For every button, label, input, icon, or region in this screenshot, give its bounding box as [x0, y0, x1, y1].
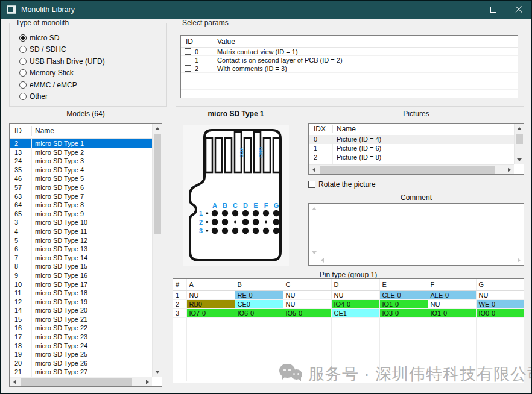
radio-option[interactable]: Other [19, 93, 166, 101]
table-row[interactable]: 1Picture (ID = 6) [309, 144, 514, 153]
table-row[interactable]: 64micro SD Type 8 [10, 201, 152, 210]
pictures-vertical-scrollbar[interactable] [514, 124, 524, 164]
column-header-id[interactable]: ID [181, 37, 212, 46]
scroll-up-button[interactable] [515, 124, 524, 133]
pictures-horizontal-scrollbar[interactable] [309, 164, 514, 174]
table-row[interactable]: 9micro SD Type 16 [10, 271, 152, 280]
param-checkbox[interactable] [185, 57, 191, 63]
scroll-down-button[interactable] [153, 367, 162, 377]
scroll-down-button[interactable] [515, 155, 524, 164]
radio-option[interactable]: eMMC / eMCP [19, 81, 166, 89]
table-row[interactable]: 65micro SD Type 9 [10, 210, 152, 219]
param-checkbox[interactable] [185, 48, 191, 55]
table-row[interactable]: 1Contact is on second layer of PCB (ID =… [181, 56, 518, 64]
pin-cell[interactable]: NU [186, 290, 235, 299]
table-row[interactable]: 19micro SD Type 25 [10, 350, 152, 359]
table-row[interactable]: 10micro SD Type 17 [10, 280, 152, 289]
column-header[interactable]: D [331, 279, 379, 290]
pin-cell[interactable]: WE-0 [476, 299, 524, 308]
table-row[interactable]: 6micro SD Type 13 [10, 245, 152, 254]
scroll-right-button[interactable] [142, 377, 152, 387]
pin-cell[interactable]: CE0 [235, 299, 283, 308]
pin-cell[interactable]: NU [428, 299, 476, 308]
close-button[interactable] [506, 1, 531, 19]
pictures-hscroll-thumb[interactable] [320, 166, 495, 174]
pin-cell[interactable]: NU [476, 290, 524, 299]
model-id-cell: 20 [10, 359, 32, 368]
models-hscroll-thumb[interactable] [21, 378, 132, 386]
table-row[interactable]: 13micro SD Type 2 [10, 148, 152, 157]
pin-cell[interactable]: IO6-0 [235, 308, 283, 317]
models-vertical-scrollbar[interactable] [152, 124, 162, 377]
column-header[interactable]: G [476, 279, 524, 290]
pin-cell[interactable]: NU [331, 290, 379, 299]
table-row[interactable]: 16micro SD Type 22 [10, 324, 152, 333]
table-row[interactable]: 0Matrix contact view (ID = 1) [181, 48, 518, 56]
table-row[interactable]: 18micro SD Type 24 [10, 342, 152, 351]
column-header[interactable]: B [235, 279, 283, 290]
column-header[interactable]: # [173, 279, 186, 290]
table-row[interactable]: 15micro SD Type 21 [10, 315, 152, 324]
pin-cell[interactable]: IO3-0 [379, 308, 428, 317]
table-row[interactable]: 21micro SD Type 27 [10, 367, 152, 377]
pin-cell[interactable]: RE-0 [235, 290, 283, 299]
table-row[interactable]: 17micro SD Type 23 [10, 333, 152, 342]
table-row[interactable]: 11micro SD Type 18 [10, 289, 152, 298]
table-row[interactable]: 2Picture (ID = 8) [309, 153, 514, 162]
rotate-picture-option[interactable]: Rotate the picture [308, 180, 376, 189]
column-header[interactable]: A [186, 279, 235, 290]
models-vscroll-thumb[interactable] [154, 134, 161, 234]
column-header-id[interactable]: ID [10, 126, 32, 136]
radio-option[interactable]: Memory Stick [19, 69, 166, 77]
pin-cell[interactable]: NU [283, 290, 331, 299]
table-row[interactable]: 20micro SD Type 26 [10, 359, 152, 368]
table-row[interactable]: 63micro SD Type 7 [10, 192, 152, 201]
column-header[interactable]: F [428, 279, 476, 290]
comment-textarea[interactable] [308, 203, 524, 266]
radio-option[interactable]: micro SD [19, 34, 166, 42]
column-header-idx[interactable]: IDX [309, 125, 333, 133]
column-header-name[interactable]: Name [32, 127, 54, 135]
maximize-button[interactable] [481, 1, 506, 19]
radio-option[interactable]: USB Flash Drive (UFD) [19, 57, 166, 65]
column-header-value[interactable]: Value [212, 37, 235, 46]
scroll-left-button[interactable] [10, 377, 19, 387]
table-row[interactable]: 7micro SD Type 14 [10, 254, 152, 263]
table-row[interactable]: 5micro SD Type 12 [10, 236, 152, 245]
param-checkbox[interactable] [185, 65, 191, 72]
column-header[interactable]: C [283, 279, 331, 290]
pictures-vscroll-thumb[interactable] [516, 134, 523, 144]
table-row[interactable]: 57micro SD Type 6 [10, 183, 152, 192]
pin-cell[interactable]: IO5-0 [283, 308, 331, 317]
pin-cell[interactable]: IO7-0 [186, 308, 235, 317]
table-row[interactable]: 12micro SD Type 19 [10, 298, 152, 307]
pin-cell[interactable]: CLE-0 [379, 290, 428, 299]
table-row[interactable]: 3micro SD Type 10 [10, 218, 152, 227]
pin-cell[interactable]: NU [283, 299, 331, 308]
table-row[interactable]: 8micro SD Type 15 [10, 262, 152, 271]
table-row[interactable]: 0Picture (ID = 4) [309, 135, 514, 144]
pin-cell[interactable]: IO4-0 [331, 299, 379, 308]
table-row[interactable]: 4micro SD Type 11 [10, 227, 152, 236]
pin-cell[interactable]: RB0 [186, 299, 235, 308]
rotate-checkbox[interactable] [308, 181, 315, 188]
pin-cell[interactable]: IO1-0 [379, 299, 428, 308]
pin-cell[interactable]: IO0-0 [476, 308, 524, 317]
column-header[interactable]: E [379, 279, 428, 290]
pin-cell[interactable]: ALE-0 [428, 290, 476, 299]
radio-option[interactable]: SD / SDHC [19, 46, 166, 54]
table-row[interactable]: 14micro SD Type 20 [10, 306, 152, 315]
table-row[interactable]: 24micro SD Type 3 [10, 157, 152, 166]
table-row[interactable]: 2With comments (ID = 3) [181, 64, 518, 73]
scroll-up-button[interactable] [153, 124, 162, 133]
table-row[interactable]: 2micro SD Type 1 [10, 139, 152, 148]
table-row[interactable]: 35micro SD Type 4 [10, 166, 152, 175]
pin-cell[interactable]: IO1-0 [428, 308, 476, 317]
pin-cell[interactable]: CE1 [331, 308, 379, 317]
table-row[interactable]: 46micro SD Type 5 [10, 174, 152, 183]
scroll-right-button[interactable] [504, 165, 514, 175]
models-horizontal-scrollbar[interactable] [10, 377, 152, 386]
minimize-button[interactable] [455, 1, 481, 19]
column-header-name[interactable]: Name [333, 125, 356, 133]
scroll-left-button[interactable] [309, 165, 318, 175]
